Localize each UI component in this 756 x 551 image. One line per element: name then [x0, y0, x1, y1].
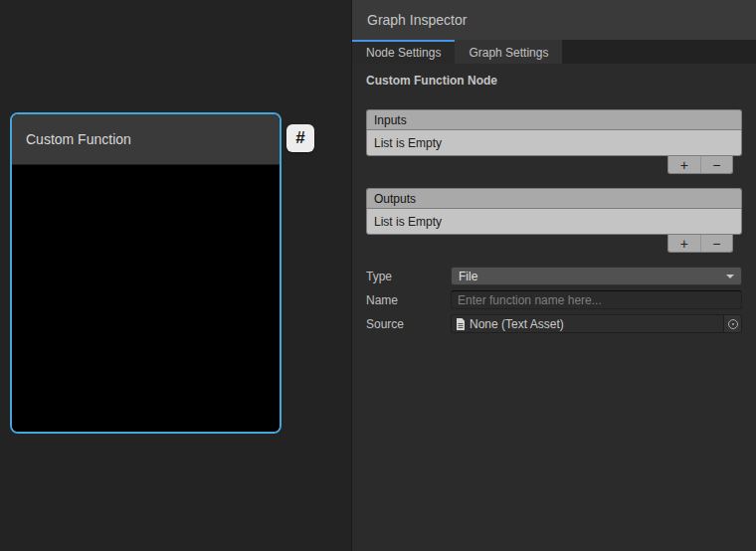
outputs-list-header[interactable]: Outputs: [366, 188, 742, 208]
tab-node-settings[interactable]: Node Settings: [352, 40, 455, 64]
hash-icon: #: [295, 128, 304, 148]
source-object-field[interactable]: None (Text Asset): [451, 314, 742, 333]
inspector-title: Graph Inspector: [367, 12, 467, 28]
source-label: Source: [366, 317, 451, 331]
node-title: Custom Function: [26, 131, 131, 147]
section-title: Custom Function Node: [366, 74, 742, 88]
dropdown-arrow-icon: [726, 275, 734, 278]
tab-graph-settings-label: Graph Settings: [469, 46, 548, 60]
inputs-add-button[interactable]: +: [668, 156, 700, 173]
type-label: Type: [366, 270, 451, 283]
type-dropdown[interactable]: File: [451, 267, 742, 285]
outputs-list-title: Outputs: [374, 192, 416, 206]
source-object-value: None (Text Asset): [470, 317, 564, 331]
type-dropdown-value: File: [459, 270, 477, 283]
object-picker-icon: [728, 319, 738, 329]
node-header[interactable]: Custom Function: [12, 114, 280, 165]
inputs-remove-button[interactable]: −: [700, 156, 733, 173]
graph-inspector-panel: Graph Inspector Node Settings Graph Sett…: [351, 0, 756, 551]
outputs-remove-button[interactable]: −: [700, 235, 733, 252]
precision-hash-badge[interactable]: #: [286, 124, 314, 152]
outputs-empty-text: List is Empty: [374, 215, 442, 229]
inputs-list-footer: + −: [366, 156, 742, 174]
tab-node-settings-label: Node Settings: [366, 46, 441, 60]
inputs-list-empty-row: List is Empty: [366, 129, 742, 156]
inputs-list-title: Inputs: [374, 113, 407, 127]
name-label: Name: [366, 293, 451, 307]
inputs-list: Inputs List is Empty + −: [366, 109, 742, 174]
tab-graph-settings[interactable]: Graph Settings: [455, 40, 562, 64]
outputs-list: Outputs List is Empty + −: [366, 188, 742, 253]
outputs-list-footer: + −: [366, 235, 742, 253]
inputs-empty-text: List is Empty: [374, 136, 442, 150]
text-asset-icon: [456, 318, 466, 330]
outputs-list-empty-row: List is Empty: [366, 208, 742, 235]
outputs-add-button[interactable]: +: [668, 235, 700, 252]
inspector-tab-bar: Node Settings Graph Settings: [352, 40, 756, 64]
inspector-header[interactable]: Graph Inspector: [352, 0, 756, 40]
source-field-row: Source None (Text Asset): [366, 314, 742, 333]
inputs-list-header[interactable]: Inputs: [366, 109, 742, 129]
inspector-content: Custom Function Node Inputs List is Empt…: [352, 64, 756, 551]
node-body: [12, 166, 280, 432]
type-field-row: Type File: [366, 267, 742, 285]
custom-function-node[interactable]: Custom Function: [10, 112, 282, 434]
object-picker-button[interactable]: [723, 315, 741, 332]
function-name-input[interactable]: [451, 290, 742, 309]
name-field-row: Name: [366, 290, 742, 309]
